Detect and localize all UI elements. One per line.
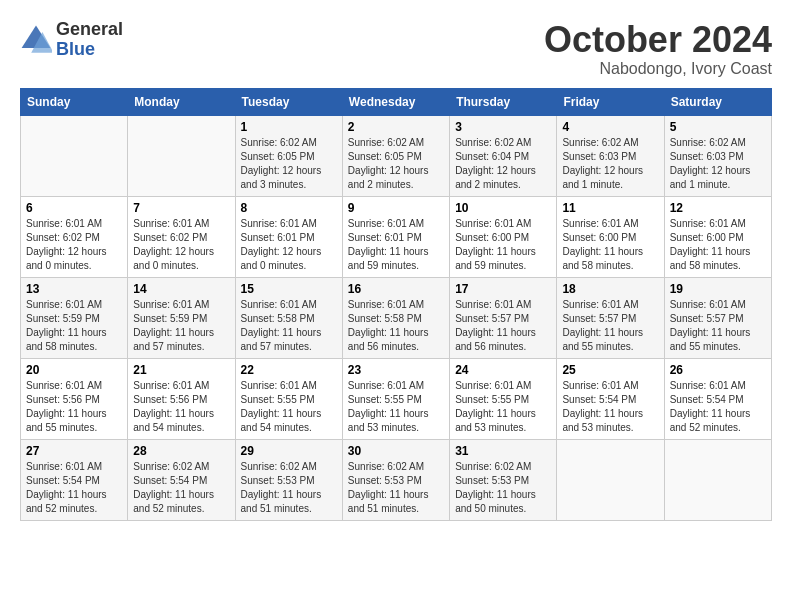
day-info: Sunrise: 6:02 AMSunset: 6:04 PMDaylight:… bbox=[455, 137, 536, 190]
day-number: 15 bbox=[241, 282, 337, 296]
day-info: Sunrise: 6:01 AMSunset: 5:56 PMDaylight:… bbox=[133, 380, 214, 433]
day-number: 10 bbox=[455, 201, 551, 215]
day-info: Sunrise: 6:02 AMSunset: 6:05 PMDaylight:… bbox=[348, 137, 429, 190]
day-number: 4 bbox=[562, 120, 658, 134]
logo-text: General Blue bbox=[56, 20, 123, 60]
day-cell: 20Sunrise: 6:01 AMSunset: 5:56 PMDayligh… bbox=[21, 358, 128, 439]
week-row-4: 20Sunrise: 6:01 AMSunset: 5:56 PMDayligh… bbox=[21, 358, 772, 439]
day-number: 28 bbox=[133, 444, 229, 458]
day-cell: 27Sunrise: 6:01 AMSunset: 5:54 PMDayligh… bbox=[21, 439, 128, 520]
day-cell: 3Sunrise: 6:02 AMSunset: 6:04 PMDaylight… bbox=[450, 115, 557, 196]
day-number: 19 bbox=[670, 282, 766, 296]
day-number: 11 bbox=[562, 201, 658, 215]
day-info: Sunrise: 6:01 AMSunset: 6:02 PMDaylight:… bbox=[133, 218, 214, 271]
day-info: Sunrise: 6:02 AMSunset: 5:53 PMDaylight:… bbox=[455, 461, 536, 514]
header-cell-thursday: Thursday bbox=[450, 88, 557, 115]
day-cell: 6Sunrise: 6:01 AMSunset: 6:02 PMDaylight… bbox=[21, 196, 128, 277]
day-number: 31 bbox=[455, 444, 551, 458]
day-number: 22 bbox=[241, 363, 337, 377]
logo-general: General bbox=[56, 20, 123, 40]
day-cell: 29Sunrise: 6:02 AMSunset: 5:53 PMDayligh… bbox=[235, 439, 342, 520]
day-cell: 1Sunrise: 6:02 AMSunset: 6:05 PMDaylight… bbox=[235, 115, 342, 196]
day-info: Sunrise: 6:02 AMSunset: 5:53 PMDaylight:… bbox=[348, 461, 429, 514]
day-number: 30 bbox=[348, 444, 444, 458]
header-cell-monday: Monday bbox=[128, 88, 235, 115]
day-info: Sunrise: 6:01 AMSunset: 5:55 PMDaylight:… bbox=[455, 380, 536, 433]
week-row-2: 6Sunrise: 6:01 AMSunset: 6:02 PMDaylight… bbox=[21, 196, 772, 277]
day-cell: 10Sunrise: 6:01 AMSunset: 6:00 PMDayligh… bbox=[450, 196, 557, 277]
day-cell: 31Sunrise: 6:02 AMSunset: 5:53 PMDayligh… bbox=[450, 439, 557, 520]
header-cell-saturday: Saturday bbox=[664, 88, 771, 115]
day-number: 23 bbox=[348, 363, 444, 377]
day-number: 17 bbox=[455, 282, 551, 296]
day-info: Sunrise: 6:01 AMSunset: 5:55 PMDaylight:… bbox=[241, 380, 322, 433]
day-info: Sunrise: 6:01 AMSunset: 6:02 PMDaylight:… bbox=[26, 218, 107, 271]
day-number: 21 bbox=[133, 363, 229, 377]
day-info: Sunrise: 6:02 AMSunset: 5:53 PMDaylight:… bbox=[241, 461, 322, 514]
week-row-3: 13Sunrise: 6:01 AMSunset: 5:59 PMDayligh… bbox=[21, 277, 772, 358]
day-number: 27 bbox=[26, 444, 122, 458]
page-header: General Blue October 2024 Nabodongo, Ivo… bbox=[20, 20, 772, 78]
day-info: Sunrise: 6:01 AMSunset: 5:59 PMDaylight:… bbox=[26, 299, 107, 352]
day-number: 2 bbox=[348, 120, 444, 134]
day-info: Sunrise: 6:02 AMSunset: 6:03 PMDaylight:… bbox=[562, 137, 643, 190]
header-row: SundayMondayTuesdayWednesdayThursdayFrid… bbox=[21, 88, 772, 115]
day-cell bbox=[664, 439, 771, 520]
day-info: Sunrise: 6:01 AMSunset: 6:00 PMDaylight:… bbox=[455, 218, 536, 271]
location: Nabodongo, Ivory Coast bbox=[544, 60, 772, 78]
day-number: 14 bbox=[133, 282, 229, 296]
header-cell-tuesday: Tuesday bbox=[235, 88, 342, 115]
day-cell: 28Sunrise: 6:02 AMSunset: 5:54 PMDayligh… bbox=[128, 439, 235, 520]
day-info: Sunrise: 6:02 AMSunset: 6:05 PMDaylight:… bbox=[241, 137, 322, 190]
day-number: 3 bbox=[455, 120, 551, 134]
day-number: 7 bbox=[133, 201, 229, 215]
day-cell bbox=[557, 439, 664, 520]
day-info: Sunrise: 6:01 AMSunset: 5:57 PMDaylight:… bbox=[670, 299, 751, 352]
day-cell: 30Sunrise: 6:02 AMSunset: 5:53 PMDayligh… bbox=[342, 439, 449, 520]
day-number: 1 bbox=[241, 120, 337, 134]
day-info: Sunrise: 6:01 AMSunset: 5:54 PMDaylight:… bbox=[26, 461, 107, 514]
day-number: 12 bbox=[670, 201, 766, 215]
day-cell: 23Sunrise: 6:01 AMSunset: 5:55 PMDayligh… bbox=[342, 358, 449, 439]
day-number: 20 bbox=[26, 363, 122, 377]
day-number: 29 bbox=[241, 444, 337, 458]
day-number: 13 bbox=[26, 282, 122, 296]
day-number: 26 bbox=[670, 363, 766, 377]
day-info: Sunrise: 6:01 AMSunset: 5:54 PMDaylight:… bbox=[670, 380, 751, 433]
header-cell-friday: Friday bbox=[557, 88, 664, 115]
month-title: October 2024 bbox=[544, 20, 772, 60]
day-number: 25 bbox=[562, 363, 658, 377]
day-info: Sunrise: 6:01 AMSunset: 5:56 PMDaylight:… bbox=[26, 380, 107, 433]
day-cell: 17Sunrise: 6:01 AMSunset: 5:57 PMDayligh… bbox=[450, 277, 557, 358]
day-info: Sunrise: 6:01 AMSunset: 6:01 PMDaylight:… bbox=[348, 218, 429, 271]
day-cell: 14Sunrise: 6:01 AMSunset: 5:59 PMDayligh… bbox=[128, 277, 235, 358]
week-row-5: 27Sunrise: 6:01 AMSunset: 5:54 PMDayligh… bbox=[21, 439, 772, 520]
day-number: 16 bbox=[348, 282, 444, 296]
day-info: Sunrise: 6:01 AMSunset: 5:57 PMDaylight:… bbox=[562, 299, 643, 352]
day-info: Sunrise: 6:01 AMSunset: 5:58 PMDaylight:… bbox=[348, 299, 429, 352]
day-info: Sunrise: 6:02 AMSunset: 5:54 PMDaylight:… bbox=[133, 461, 214, 514]
day-cell: 11Sunrise: 6:01 AMSunset: 6:00 PMDayligh… bbox=[557, 196, 664, 277]
day-cell: 13Sunrise: 6:01 AMSunset: 5:59 PMDayligh… bbox=[21, 277, 128, 358]
day-info: Sunrise: 6:01 AMSunset: 5:54 PMDaylight:… bbox=[562, 380, 643, 433]
day-cell: 15Sunrise: 6:01 AMSunset: 5:58 PMDayligh… bbox=[235, 277, 342, 358]
day-cell: 9Sunrise: 6:01 AMSunset: 6:01 PMDaylight… bbox=[342, 196, 449, 277]
day-info: Sunrise: 6:01 AMSunset: 6:00 PMDaylight:… bbox=[562, 218, 643, 271]
day-number: 18 bbox=[562, 282, 658, 296]
day-info: Sunrise: 6:01 AMSunset: 6:01 PMDaylight:… bbox=[241, 218, 322, 271]
day-cell: 25Sunrise: 6:01 AMSunset: 5:54 PMDayligh… bbox=[557, 358, 664, 439]
day-cell: 19Sunrise: 6:01 AMSunset: 5:57 PMDayligh… bbox=[664, 277, 771, 358]
day-number: 24 bbox=[455, 363, 551, 377]
day-cell: 2Sunrise: 6:02 AMSunset: 6:05 PMDaylight… bbox=[342, 115, 449, 196]
week-row-1: 1Sunrise: 6:02 AMSunset: 6:05 PMDaylight… bbox=[21, 115, 772, 196]
day-cell: 8Sunrise: 6:01 AMSunset: 6:01 PMDaylight… bbox=[235, 196, 342, 277]
day-number: 9 bbox=[348, 201, 444, 215]
day-info: Sunrise: 6:02 AMSunset: 6:03 PMDaylight:… bbox=[670, 137, 751, 190]
logo-icon bbox=[20, 24, 52, 56]
calendar-table: SundayMondayTuesdayWednesdayThursdayFrid… bbox=[20, 88, 772, 521]
day-number: 6 bbox=[26, 201, 122, 215]
day-cell bbox=[21, 115, 128, 196]
logo-blue: Blue bbox=[56, 40, 123, 60]
title-block: October 2024 Nabodongo, Ivory Coast bbox=[544, 20, 772, 78]
day-info: Sunrise: 6:01 AMSunset: 5:58 PMDaylight:… bbox=[241, 299, 322, 352]
